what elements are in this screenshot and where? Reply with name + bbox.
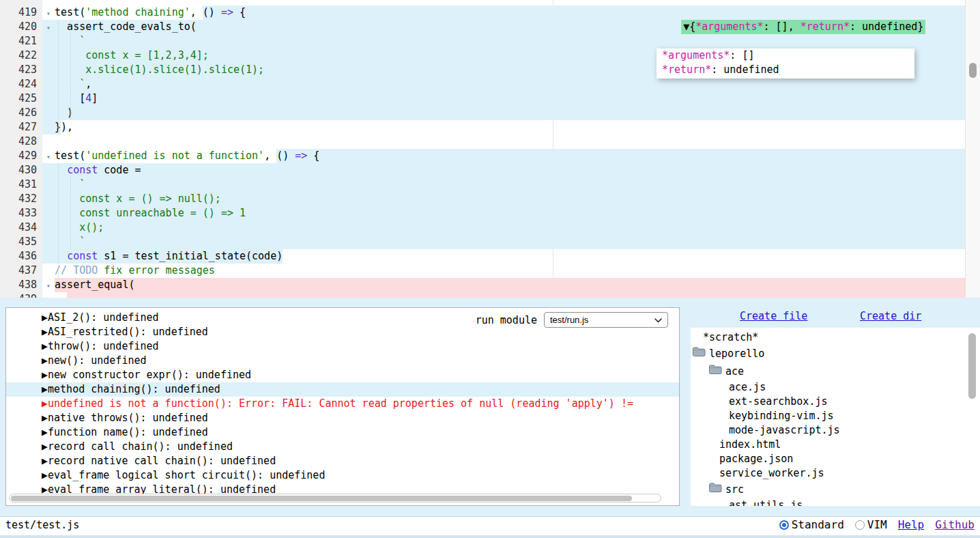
code-token: x.slice(1).slice(1).slice(1); <box>85 63 264 76</box>
line-number[interactable]: 432 <box>0 192 42 206</box>
radio-selected-icon[interactable] <box>779 520 789 530</box>
code-line[interactable]: const s1 = test_initial_state(code) <box>42 249 965 264</box>
code-line[interactable]: ` <box>42 235 965 249</box>
editor-scrollbar[interactable] <box>965 0 980 298</box>
line-number[interactable]: 427 <box>0 120 42 134</box>
line-number[interactable]: 429▾ <box>0 149 42 163</box>
line-number[interactable]: 425 <box>0 91 42 106</box>
line-number[interactable]: 421 <box>0 34 42 48</box>
console-row[interactable]: ▶eval_frame logical short circuit(): und… <box>6 468 679 483</box>
keybinding-radio-vim[interactable]: VIM <box>855 518 887 531</box>
code-line[interactable]: }), <box>42 120 965 134</box>
radio-unselected-icon[interactable] <box>855 520 865 530</box>
tree-item-mode-javascript-js[interactable]: mode-javascript.js <box>691 423 980 438</box>
code-line[interactable]: const code = <box>42 163 965 178</box>
line-number[interactable]: 431 <box>0 178 42 192</box>
line-number[interactable]: 426 <box>0 106 42 120</box>
tree-item--scratch-[interactable]: *scratch* <box>691 330 980 345</box>
code-line[interactable] <box>42 134 965 149</box>
console-row[interactable]: ▶record call chain(): undefined <box>6 440 679 454</box>
tree-item-service-worker-js[interactable]: service_worker.js <box>691 466 980 481</box>
line-number[interactable]: 439 <box>0 292 42 298</box>
file-tree-panel[interactable]: *scratch*leporelloaceace.jsext-searchbox… <box>691 328 980 506</box>
line-number[interactable]: 437 <box>0 264 42 278</box>
github-link[interactable]: Github <box>935 518 975 531</box>
console-row[interactable]: ▶undefined is not a function(): Error: F… <box>6 397 679 411</box>
code-line[interactable]: const unreachable = () => 1 <box>42 206 965 221</box>
code-line[interactable]: // TODO fix error messages <box>42 264 965 278</box>
tree-item-label: package.json <box>719 452 793 466</box>
console-row[interactable]: ▶function name(): undefined <box>6 425 679 440</box>
line-number[interactable]: 420▾ <box>0 20 42 34</box>
code-line[interactable]: const x = () => null(); <box>42 192 965 206</box>
code-token: : undefined} <box>850 20 923 33</box>
code-line[interactable]: test('undefined is not a function', () =… <box>42 149 965 163</box>
tree-scrollbar-thumb[interactable] <box>968 333 976 399</box>
tree-item-ace-js[interactable]: ace.js <box>691 380 980 395</box>
line-number[interactable]: 424 <box>0 77 42 91</box>
highlight-blue-region: const x = () => null(); <box>42 192 965 206</box>
console-row[interactable]: ▶method chaining(): undefined <box>6 382 679 397</box>
line-number[interactable]: 430 <box>0 163 42 178</box>
create-dir-link[interactable]: Create dir <box>860 310 921 322</box>
help-link[interactable]: Help <box>898 518 925 531</box>
code-token: 4 <box>85 92 91 104</box>
code-line[interactable]: assert_equal( <box>42 278 965 292</box>
line-number[interactable]: 435 <box>0 235 42 249</box>
code-line[interactable]: x(); <box>42 221 965 235</box>
code-token <box>42 63 85 76</box>
code-token: => <box>295 150 307 162</box>
code-line[interactable]: ` <box>42 178 965 192</box>
line-number[interactable]: 434 <box>0 221 42 235</box>
code-token: assert_code_evals_to( <box>42 20 197 33</box>
code-line[interactable]: ) <box>42 106 965 120</box>
console-row[interactable]: ▶record native call chain(): undefined <box>6 454 679 468</box>
code-token: fix error messages <box>98 264 215 277</box>
create-file-link[interactable]: Create file <box>740 310 807 322</box>
tree-item-package-json[interactable]: package.json <box>691 452 980 466</box>
tree-item-keybinding-vim-js[interactable]: keybinding-vim.js <box>691 409 980 423</box>
tree-item-ace[interactable]: ace <box>691 363 980 380</box>
line-number[interactable]: 438▾ <box>0 278 42 292</box>
code-token: const <box>67 164 98 176</box>
tree-item-src[interactable]: src <box>691 481 980 498</box>
line-number[interactable]: 423 <box>0 63 42 77</box>
code-token: const unreachable = () => 1 <box>79 207 246 219</box>
code-token: : [] <box>730 49 754 61</box>
editor-gutter[interactable]: 419▾420▾421422423424425426427428429▾4304… <box>0 0 42 298</box>
tree-item-leporello[interactable]: leporello <box>691 345 980 363</box>
line-number-text: 432 <box>18 193 37 205</box>
line-number[interactable]: 436 <box>0 249 42 264</box>
tree-item-index-html[interactable]: index.html <box>691 438 980 452</box>
radio-standard-label[interactable]: Standard <box>792 518 844 531</box>
tree-item-label: ace.js <box>729 380 766 395</box>
code-editor[interactable]: test('method chaining', () => { assert_c… <box>0 0 980 298</box>
console-row[interactable]: ▶new constructor expr(): undefined <box>6 368 679 382</box>
keybinding-radio-standard[interactable]: Standard <box>779 518 844 531</box>
radio-vim-label[interactable]: VIM <box>867 518 887 531</box>
fold-arrow-icon[interactable]: ▾ <box>46 20 51 35</box>
console-row[interactable]: ▶throw(): undefined <box>6 339 679 354</box>
folder-icon <box>708 481 722 498</box>
console-hscrollbar[interactable] <box>9 494 661 502</box>
code-text <box>42 292 67 298</box>
fold-arrow-icon[interactable]: ▾ <box>46 279 51 293</box>
line-number[interactable]: 422 <box>0 48 42 63</box>
fold-arrow-icon[interactable]: ▾ <box>46 150 51 164</box>
console-row[interactable]: ▶new(): undefined <box>6 354 679 368</box>
run-module-select[interactable]: test/run.js <box>544 312 668 328</box>
code-line[interactable] <box>42 292 965 298</box>
console-hscrollbar-thumb[interactable] <box>11 496 632 501</box>
console-row[interactable]: ▶native throws(): undefined <box>6 411 679 425</box>
line-number[interactable]: 419▾ <box>0 5 42 20</box>
fold-arrow-icon[interactable]: ▾ <box>46 6 51 20</box>
console-panel[interactable]: ▶ASI_2(): undefined▶ASI_restrited(): und… <box>5 307 680 506</box>
editor-scrollbar-thumb[interactable] <box>969 63 977 78</box>
value-tooltip: ▼{*arguments*: [], *return*: undefined} … <box>657 5 925 107</box>
tree-item-ast-utils-js[interactable]: ast_utils.js <box>691 498 980 506</box>
indent-guide <box>58 163 59 278</box>
line-number[interactable]: 433 <box>0 206 42 221</box>
tooltip-header[interactable]: ▼{*arguments*: [], *return*: undefined} <box>681 20 925 34</box>
tree-item-ext-searchbox-js[interactable]: ext-searchbox.js <box>691 395 980 409</box>
line-number[interactable]: 428 <box>0 134 42 149</box>
